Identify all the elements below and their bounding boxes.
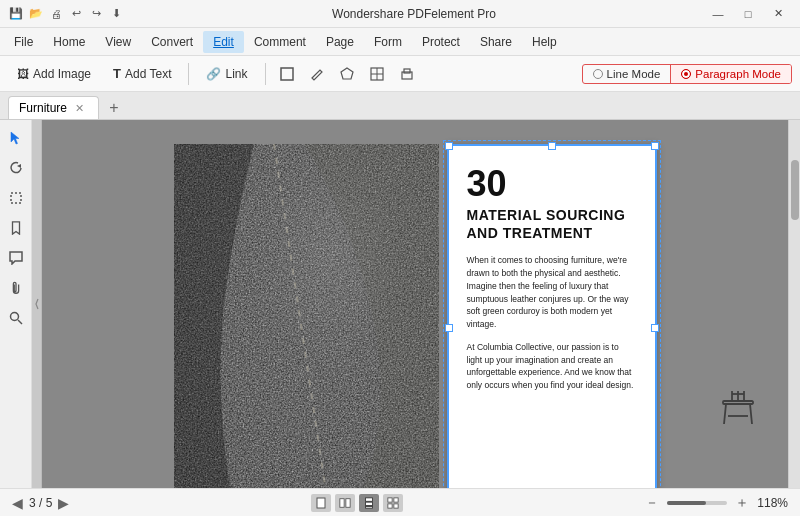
select-icon	[9, 191, 23, 205]
open-icon[interactable]: 📂	[28, 6, 44, 22]
menu-help[interactable]: Help	[522, 31, 567, 53]
redo-icon[interactable]: ↪	[88, 6, 104, 22]
zoom-slider[interactable]	[667, 501, 727, 505]
link-label: Link	[225, 67, 247, 81]
handle-mr	[651, 324, 659, 332]
next-page-arrow[interactable]: ▶	[58, 495, 69, 511]
table-tool[interactable]	[364, 63, 390, 85]
rotate-tool-icon[interactable]	[4, 156, 28, 180]
tabbar: Furniture ✕ +	[0, 92, 800, 120]
save-icon[interactable]: 💾	[8, 6, 24, 22]
svg-rect-9	[11, 193, 21, 203]
grid-view[interactable]	[383, 494, 403, 512]
svg-rect-32	[366, 506, 373, 508]
add-text-label: Add Text	[125, 67, 171, 81]
double-page-icon	[339, 497, 351, 509]
rotate-icon	[9, 161, 23, 175]
line-mode-radio	[593, 69, 603, 79]
leather-texture	[174, 144, 439, 488]
paragraph-mode-button[interactable]: Paragraph Mode	[671, 65, 791, 83]
zoom-in-button[interactable]: ＋	[735, 494, 749, 512]
tab-close-button[interactable]: ✕	[73, 102, 86, 115]
bookmark-shape-icon	[10, 221, 22, 235]
maximize-button[interactable]: □	[734, 4, 762, 24]
add-text-button[interactable]: T Add Text	[104, 62, 180, 85]
vertical-scrollbar[interactable]	[788, 120, 800, 488]
attachment-icon[interactable]	[4, 276, 28, 300]
svg-line-21	[750, 404, 752, 424]
left-expand-handle[interactable]	[32, 120, 42, 488]
close-button[interactable]: ✕	[764, 4, 792, 24]
chair-cursor-icon	[718, 386, 758, 438]
paragraph-mode-radio	[681, 69, 691, 79]
menu-home[interactable]: Home	[43, 31, 95, 53]
zoom-level: 118%	[757, 496, 788, 510]
cursor-tool-icon[interactable]	[4, 126, 28, 150]
svg-line-20	[724, 404, 726, 424]
single-page-view[interactable]	[311, 494, 331, 512]
prev-page-arrow[interactable]: ◀	[12, 495, 23, 511]
minimize-button[interactable]: —	[704, 4, 732, 24]
svg-rect-35	[388, 503, 392, 507]
select-tool-icon[interactable]	[4, 186, 28, 210]
line-mode-label: Line Mode	[607, 68, 661, 80]
leather-svg	[174, 144, 439, 488]
svg-rect-33	[388, 497, 392, 501]
page-body-2: At Columbia Collective, our passion is t…	[467, 341, 637, 392]
undo-icon[interactable]: ↩	[68, 6, 84, 22]
tab-label: Furniture	[19, 101, 67, 115]
continuous-icon	[363, 497, 375, 509]
double-page-view[interactable]	[335, 494, 355, 512]
add-tab-button[interactable]: +	[103, 97, 125, 119]
cursor-icon	[9, 131, 23, 145]
left-sidebar	[0, 120, 32, 488]
menu-protect[interactable]: Protect	[412, 31, 470, 53]
titlebar: 💾 📂 🖨 ↩ ↪ ⬇ Wondershare PDFelement Pro —…	[0, 0, 800, 28]
link-icon: 🔗	[206, 67, 221, 81]
svg-line-11	[18, 320, 22, 324]
view-icon-group	[311, 494, 403, 512]
link-button[interactable]: 🔗 Link	[197, 63, 256, 85]
svg-rect-34	[394, 497, 398, 501]
continuous-view[interactable]	[359, 494, 379, 512]
search-icon[interactable]	[4, 306, 28, 330]
page-left	[174, 144, 439, 488]
menu-comment[interactable]: Comment	[244, 31, 316, 53]
add-image-button[interactable]: 🖼 Add Image	[8, 63, 100, 85]
single-page-icon	[315, 497, 327, 509]
menu-edit[interactable]: Edit	[203, 31, 244, 53]
menu-form[interactable]: Form	[364, 31, 412, 53]
search-shape-icon	[9, 311, 23, 325]
line-mode-button[interactable]: Line Mode	[583, 65, 672, 83]
scroll-thumb[interactable]	[791, 160, 799, 220]
polygon-tool[interactable]	[334, 63, 360, 85]
bookmark-icon[interactable]	[4, 216, 28, 240]
grid-icon	[387, 497, 399, 509]
edit-tool[interactable]	[304, 63, 330, 85]
zoom-out-button[interactable]: －	[645, 494, 659, 512]
menu-view[interactable]: View	[95, 31, 141, 53]
print-icon[interactable]: 🖨	[48, 6, 64, 22]
rect-tool[interactable]	[274, 63, 300, 85]
svg-rect-30	[366, 497, 373, 500]
svg-marker-8	[17, 164, 21, 168]
pdf-content[interactable]: 30 MATERIAL SOURCING AND TREATMENT When …	[42, 120, 788, 488]
stamp-tool[interactable]	[394, 63, 420, 85]
menu-page[interactable]: Page	[316, 31, 364, 53]
menu-convert[interactable]: Convert	[141, 31, 203, 53]
polygon-icon	[340, 67, 354, 81]
separator-2	[265, 63, 266, 85]
zoom-fill	[667, 501, 706, 505]
handle-tl	[445, 142, 453, 150]
status-left: ◀ 3 / 5 ▶	[12, 495, 69, 511]
dropdown-icon[interactable]: ⬇	[108, 6, 124, 22]
svg-marker-7	[11, 132, 19, 144]
menu-file[interactable]: File	[4, 31, 43, 53]
comment-icon[interactable]	[4, 246, 28, 270]
chair-svg-icon	[718, 386, 758, 431]
page-body-1: When it comes to choosing furniture, we'…	[467, 254, 637, 331]
menu-share[interactable]: Share	[470, 31, 522, 53]
image-icon: 🖼	[17, 67, 29, 81]
edit-icon	[310, 67, 324, 81]
tab-furniture[interactable]: Furniture ✕	[8, 96, 99, 119]
